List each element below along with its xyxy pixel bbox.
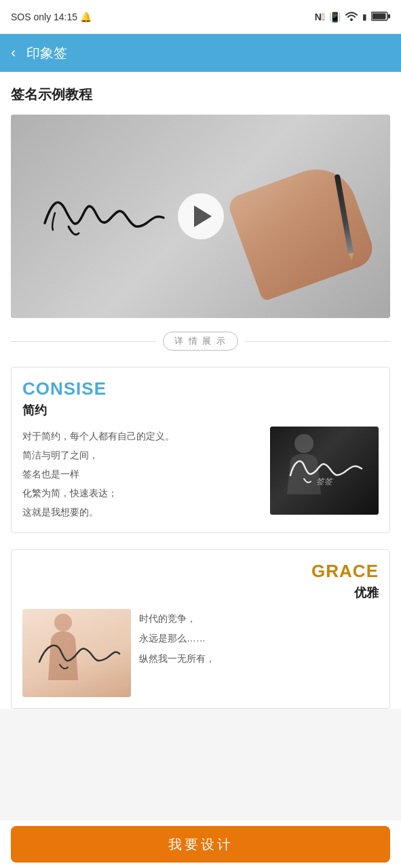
divider-section: 详 情 展 示	[11, 332, 390, 351]
grace-body: 时代的竞争， 永远是那么…… 纵然我一无所有，	[22, 609, 379, 697]
grace-text: 时代的竞争， 永远是那么…… 纵然我一无所有，	[139, 609, 379, 669]
consise-line-3: 签名也是一样	[22, 465, 262, 484]
consise-line-1: 对于简约，每个人都有自己的定义。	[22, 427, 262, 446]
svg-point-0	[350, 18, 353, 21]
nfc-icon: N⃝	[315, 12, 325, 22]
main-content: 签名示例教程 详 情 展 示	[0, 72, 401, 709]
grace-card: GRACE 优雅 时代的	[11, 549, 390, 709]
consise-label-en: CONSISE	[22, 378, 379, 399]
play-button[interactable]	[178, 193, 224, 239]
svg-text:签签: 签签	[316, 477, 334, 486]
status-right: N⃝ 📳 ▮	[315, 11, 390, 24]
section-title: 签名示例教程	[11, 85, 390, 104]
back-button[interactable]: ‹	[11, 45, 16, 60]
battery-icon	[371, 12, 390, 23]
vibrate-icon: 📳	[329, 12, 341, 22]
consise-label-cn: 简约	[22, 402, 379, 418]
consise-line-5: 这就是我想要的。	[22, 502, 262, 521]
svg-rect-2	[388, 14, 390, 18]
consise-body: 对于简约，每个人都有自己的定义。 简洁与明了之间， 签名也是一样 化繁为简，快速…	[22, 427, 379, 521]
consise-card: CONSISE 简约 对于简约，每个人都有自己的定义。 简洁与明了之间， 签名也…	[11, 367, 390, 533]
status-text: SOS only 14:15	[11, 12, 77, 22]
bell-icon: 🔔	[80, 12, 92, 22]
grace-label-en: GRACE	[22, 561, 379, 582]
pen-tip	[348, 253, 355, 260]
svg-point-6	[54, 614, 72, 631]
divider-right	[245, 341, 390, 342]
grace-label-cn: 优雅	[22, 585, 379, 601]
grace-line-1: 时代的竞争，	[139, 609, 379, 629]
signal-icon: ▮	[362, 12, 367, 22]
consise-image: 签签	[270, 427, 379, 515]
consise-text: 对于简约，每个人都有自己的定义。 简洁与明了之间， 签名也是一样 化繁为简，快速…	[22, 427, 262, 521]
divider-left	[11, 341, 156, 342]
status-bar: SOS only 14:15 🔔 N⃝ 📳 ▮	[0, 0, 401, 34]
design-button[interactable]: 我要设计	[11, 826, 390, 863]
consise-line-4: 化繁为简，快速表达；	[22, 484, 262, 502]
grace-header: GRACE 优雅	[22, 561, 379, 601]
divider-text: 详 情 展 示	[163, 332, 238, 351]
consise-line-2: 简洁与明了之间，	[22, 446, 262, 465]
svg-point-4	[294, 434, 313, 453]
status-left: SOS only 14:15 🔔	[11, 12, 92, 22]
svg-rect-3	[373, 13, 386, 19]
grace-line-3: 纵然我一无所有，	[139, 649, 379, 669]
signature-svg	[38, 189, 174, 243]
navbar: ‹ 印象签	[0, 34, 401, 72]
wifi-icon	[345, 11, 358, 24]
play-icon	[194, 205, 212, 227]
consise-sig: 签签	[284, 452, 365, 490]
bottom-bar: 我要设计	[0, 821, 401, 868]
grace-image	[22, 609, 131, 697]
grace-line-2: 永远是那么……	[139, 629, 379, 648]
navbar-title: 印象签	[26, 44, 67, 62]
video-thumbnail[interactable]	[11, 115, 390, 318]
